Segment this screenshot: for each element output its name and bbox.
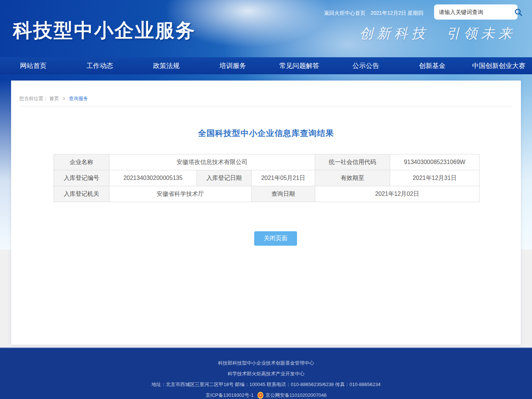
police-badge-icon bbox=[257, 392, 264, 399]
header-slogan: 创新科技 引领未来 bbox=[359, 24, 516, 43]
query-date-label: 查询日期 bbox=[252, 186, 315, 202]
reg-date-value: 2021年05月21日 bbox=[252, 170, 315, 186]
valid-until-value: 2021年12月31日 bbox=[390, 170, 480, 186]
credit-code-label: 统一社会信用代码 bbox=[315, 154, 390, 170]
nav-item-work-news[interactable]: 工作动态 bbox=[66, 57, 133, 74]
table-row: 入库登记机关 安徽省科学技术厅 查询日期 2021年12月02日 bbox=[54, 186, 480, 202]
footer-org1: 科技部科技型中小企业技术创新基金管理中心 bbox=[0, 358, 532, 368]
credit-code-value: 91340300085231069W bbox=[390, 154, 480, 170]
reg-number-value: 202134030200005135 bbox=[109, 170, 197, 186]
breadcrumb-divider bbox=[19, 106, 513, 106]
footer-icp-row: 京ICP备13019302号-1 京公网安备11010202007048 bbox=[0, 390, 532, 399]
nav-item-innovation-contest[interactable]: 中国创新创业大赛 bbox=[466, 57, 532, 74]
content-panel: 您当前位置： 首页 > 查询服务 全国科技型中小企业信息库查询结果 企业名称 安… bbox=[11, 81, 521, 345]
valid-until-label: 有效期至 bbox=[315, 170, 390, 186]
page-footer: 科技部科技型中小企业技术创新基金管理中心 科学技术部火炬高技术产业开发中心 地址… bbox=[0, 347, 532, 399]
search-input[interactable] bbox=[434, 9, 514, 15]
main-nav: 网站首页 工作动态 政策法规 培训服务 常见问题解答 公示公告 创新基金 中国创… bbox=[0, 57, 532, 74]
company-name-value: 安徽塔孜信息技术有限公司 bbox=[109, 154, 315, 170]
reg-authority-label: 入库登记机关 bbox=[54, 186, 109, 202]
nav-item-faq[interactable]: 常见问题解答 bbox=[266, 57, 332, 74]
breadcrumb: 您当前位置： 首页 > 查询服务 bbox=[19, 95, 88, 102]
reg-authority-value: 安徽省科学技术厅 bbox=[109, 186, 252, 202]
table-row: 企业名称 安徽塔孜信息技术有限公司 统一社会信用代码 9134030008523… bbox=[54, 154, 480, 170]
close-page-button[interactable]: 关闭页面 bbox=[254, 231, 297, 246]
search-icon bbox=[514, 8, 523, 17]
search-button[interactable] bbox=[514, 4, 523, 20]
nav-item-announcements[interactable]: 公示公告 bbox=[332, 57, 399, 74]
breadcrumb-current-link[interactable]: 查询服务 bbox=[69, 96, 88, 101]
company-name-label: 企业名称 bbox=[54, 154, 109, 170]
reg-number-label: 入库登记编号 bbox=[54, 170, 109, 186]
breadcrumb-separator: > bbox=[62, 96, 65, 101]
query-result-table: 企业名称 安徽塔孜信息技术有限公司 统一社会信用代码 9134030008523… bbox=[54, 154, 480, 202]
query-date-value: 2021年12月02日 bbox=[315, 186, 480, 202]
page-title: 全国科技型中小企业信息库查询结果 bbox=[11, 128, 521, 139]
footer-org2: 科学技术部火炬高技术产业开发中心 bbox=[0, 368, 532, 379]
breadcrumb-prefix: 您当前位置： bbox=[19, 96, 48, 101]
table-row: 入库登记编号 202134030200005135 入库登记日期 2021年05… bbox=[54, 170, 480, 186]
return-torch-home-link[interactable]: 返回火炬中心首页 bbox=[324, 10, 365, 17]
icp-license-link[interactable]: 京ICP备13019302号-1 bbox=[205, 390, 253, 399]
nav-item-innovation-fund[interactable]: 创新基金 bbox=[399, 57, 466, 74]
breadcrumb-home-link[interactable]: 首页 bbox=[50, 96, 59, 101]
search-box bbox=[434, 4, 518, 20]
police-record-link[interactable]: 京公网安备11010202007048 bbox=[265, 390, 326, 399]
site-logo: 科技型中小企业服务 bbox=[13, 18, 196, 44]
header-date: 2021年12月2日 星期四 bbox=[371, 10, 423, 17]
nav-item-home[interactable]: 网站首页 bbox=[0, 57, 66, 74]
reg-date-label: 入库登记日期 bbox=[197, 170, 252, 186]
footer-contact: 地址：北京市西城区三里河二区甲18号 邮编：100045 联系电话：010-88… bbox=[0, 379, 532, 390]
nav-item-training[interactable]: 培训服务 bbox=[200, 57, 266, 74]
nav-item-policies[interactable]: 政策法规 bbox=[133, 57, 200, 74]
